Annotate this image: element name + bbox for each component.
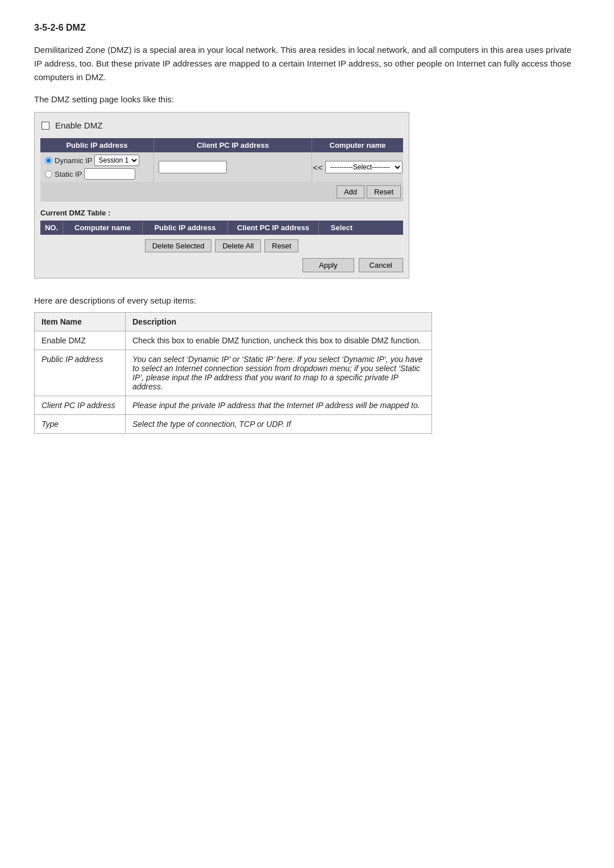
- reset-button[interactable]: Reset: [367, 185, 401, 198]
- desc-item-desc: Check this box to enable DMZ function, u…: [126, 331, 432, 350]
- desc-heading: Here are descriptions of every setup ite…: [34, 296, 580, 305]
- static-ip-label: Static IP: [55, 170, 82, 178]
- intro-text: Demilitarized Zone (DMZ) is a special ar…: [34, 43, 580, 84]
- enable-dmz-label: Enable DMZ: [55, 121, 102, 130]
- desc-item-desc: Please input the private IP address that…: [126, 396, 432, 415]
- col-desc-header: Description: [126, 313, 432, 331]
- current-dmz-section: Current DMZ Table : NO. Computer name Pu…: [40, 207, 403, 272]
- descriptions-table: Item Name Description Enable DMZCheck th…: [34, 312, 432, 434]
- desc-row: Enable DMZCheck this box to enable DMZ f…: [35, 331, 432, 350]
- apply-cancel-row: Apply Cancel: [40, 258, 403, 272]
- cancel-button[interactable]: Cancel: [359, 258, 403, 272]
- delete-row: Delete Selected Delete All Reset: [40, 239, 403, 252]
- col-client-pc-ip: Client PC IP address: [228, 221, 319, 235]
- dynamic-ip-label: Dynamic IP: [55, 156, 92, 165]
- desc-item-name: Enable DMZ: [35, 331, 126, 350]
- add-button[interactable]: Add: [337, 185, 364, 198]
- desc-row: Client PC IP addressPlease input the pri…: [35, 396, 432, 415]
- col-item-header: Item Name: [35, 313, 126, 331]
- dmz-input-row: Dynamic IP Session 1 Static IP << -----: [40, 152, 403, 182]
- desc-row: Public IP addressYou can select ‘Dynamic…: [35, 350, 432, 396]
- desc-item-name: Public IP address: [35, 350, 126, 396]
- current-dmz-title: Current DMZ Table :: [40, 207, 403, 218]
- computer-name-dropdown[interactable]: ----------Select--------: [325, 161, 403, 173]
- col-select: Select: [319, 221, 364, 235]
- desc-item-name: Client PC IP address: [35, 396, 126, 415]
- reset2-button[interactable]: Reset: [264, 239, 298, 252]
- static-ip-radio[interactable]: [45, 171, 52, 178]
- client-ip-cell: [154, 152, 312, 182]
- desc-item-name: Type: [35, 415, 126, 434]
- desc-item-desc: Select the type of connection, TCP or UD…: [126, 415, 432, 434]
- dmz-table-header: Public IP address Client PC IP address C…: [40, 138, 403, 152]
- static-ip-input[interactable]: [84, 168, 135, 180]
- delete-selected-button[interactable]: Delete Selected: [145, 239, 212, 252]
- subheading-text: The DMZ setting page looks like this:: [34, 94, 580, 104]
- delete-all-button[interactable]: Delete All: [215, 239, 261, 252]
- header-public-ip: Public IP address: [40, 138, 154, 152]
- dynamic-ip-radio[interactable]: [45, 157, 52, 164]
- enable-dmz-row: Enable DMZ: [40, 118, 403, 132]
- enable-dmz-checkbox[interactable]: [42, 122, 49, 130]
- apply-button[interactable]: Apply: [302, 258, 354, 272]
- session-dropdown[interactable]: Session 1: [94, 155, 139, 166]
- col-public-ip: Public IP address: [143, 221, 228, 235]
- current-dmz-table-header: NO. Computer name Public IP address Clie…: [40, 221, 403, 235]
- double-arrow-icon: <<: [313, 163, 323, 172]
- add-reset-row: Add Reset: [40, 182, 403, 202]
- dmz-panel: Enable DMZ Public IP address Client PC I…: [34, 112, 409, 279]
- header-computer-name: Computer name: [312, 138, 403, 152]
- desc-item-desc: You can select ‘Dynamic IP’ or ‘Static I…: [126, 350, 432, 396]
- client-pc-ip-input[interactable]: [159, 161, 227, 173]
- public-ip-cell: Dynamic IP Session 1 Static IP: [40, 152, 154, 182]
- col-computer-name: Computer name: [63, 221, 143, 235]
- computer-name-cell: << ----------Select--------: [312, 152, 403, 182]
- page-title: 3-5-2-6 DMZ: [34, 23, 580, 33]
- header-client-pc-ip: Client PC IP address: [154, 138, 312, 152]
- desc-row: TypeSelect the type of connection, TCP o…: [35, 415, 432, 434]
- col-no: NO.: [40, 221, 63, 235]
